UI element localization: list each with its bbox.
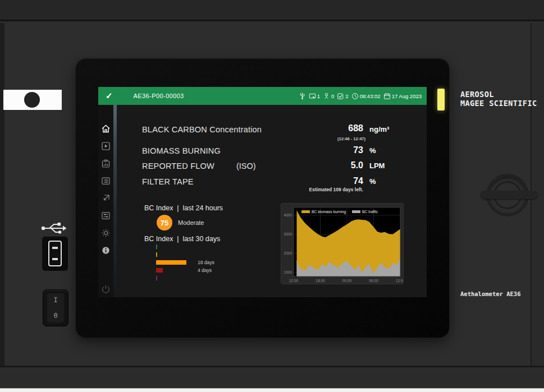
sidebar-item-input[interactable] xyxy=(101,193,111,203)
svg-text:3000: 3000 xyxy=(284,232,292,236)
usb-small-icon xyxy=(299,93,306,100)
network-count: 0 xyxy=(331,93,334,99)
sidebar-item-reports[interactable] xyxy=(101,159,111,168)
svg-text:06:00: 06:00 xyxy=(369,279,378,283)
power-on-mark: I xyxy=(53,296,57,304)
svg-text:2000: 2000 xyxy=(284,251,292,255)
svg-text:12:00: 12:00 xyxy=(396,279,403,283)
chassis-left-edge xyxy=(0,23,4,366)
black-carbon-interval: (12:46 - 12:47) xyxy=(307,136,365,141)
status-indicators: 1 0 2 xyxy=(299,93,422,100)
clock-status[interactable]: 08:43:02 xyxy=(351,93,381,100)
usb-receptacle xyxy=(48,241,62,266)
biomass-label: BIOMASS BURNING xyxy=(142,146,221,155)
biomass-value: 73 xyxy=(307,145,363,155)
biomass-unit: % xyxy=(369,146,376,155)
brand-line1: AEROSOL xyxy=(460,90,537,99)
id-label-plate xyxy=(3,90,62,110)
usb-icon xyxy=(40,222,67,234)
bc-index-30d-bar-unhealthy: 4 days xyxy=(156,268,268,273)
status-ok-icon: ✓ xyxy=(106,91,113,101)
calendar-icon xyxy=(383,93,391,100)
svg-text:4000: 4000 xyxy=(284,213,292,217)
display-sessions[interactable]: 1 xyxy=(309,93,320,100)
aethalometer-front-panel: { "status_bar": { "check": "✓", "title":… xyxy=(0,0,544,392)
bc-index-30d-bar-very-unhealthy xyxy=(156,276,268,280)
flow-unit: LPM xyxy=(369,162,385,170)
bc-chart-svg: 100020003000400012:0018:0000:0006:0012:0… xyxy=(281,204,403,284)
status-led xyxy=(437,89,445,110)
filter-tape-unit: % xyxy=(369,177,376,186)
touchscreen: ✓ AE36-P00-00003 1 xyxy=(98,87,427,297)
bc-history-chart[interactable]: 100020003000400012:0018:0000:0006:0012:0… xyxy=(281,204,403,284)
sidebar-item-about[interactable] xyxy=(101,246,111,255)
sidebar-item-live-data[interactable] xyxy=(101,141,111,151)
power-off-mark: 0 xyxy=(53,312,57,320)
calendar-status[interactable]: 17 Aug 2023 xyxy=(383,93,422,100)
tasks-status[interactable]: 2 xyxy=(337,93,348,100)
bc-index-30d-bar-moderate: 18 days xyxy=(156,260,268,265)
filter-tape-estimate: Estimated 109 days left. xyxy=(273,187,363,192)
usb-status[interactable] xyxy=(299,93,306,100)
sidebar-divider xyxy=(113,105,117,297)
svg-text:18:00: 18:00 xyxy=(316,279,325,283)
black-carbon-value: 688 xyxy=(307,123,363,133)
filter-tape-label: FILTER TAPE xyxy=(142,177,194,186)
flow-standard: (ISO) xyxy=(236,162,256,170)
power-rocker: I 0 xyxy=(47,293,64,322)
flow-value: 5.0 xyxy=(307,160,363,170)
usb-port xyxy=(42,236,68,271)
bc-index-30d-bar-moderate-low xyxy=(156,252,268,257)
brand-line2: MAGEE SCIENTIFIC xyxy=(460,99,537,108)
svg-text:12:00: 12:00 xyxy=(289,279,299,283)
status-bar: ✓ AE36-P00-00003 1 xyxy=(98,87,427,105)
black-carbon-unit: ng/m³ xyxy=(369,125,389,133)
bc-index-badge: 75 xyxy=(157,215,172,230)
status-time: 08:43:02 xyxy=(360,93,381,99)
filter-tape-value: 74 xyxy=(307,176,363,186)
model-label: Aethalometer AE36 xyxy=(460,290,520,297)
tasks-count: 2 xyxy=(345,93,348,99)
display-count: 1 xyxy=(317,93,320,99)
svg-text:1000: 1000 xyxy=(284,270,292,274)
flow-label: REPORTED FLOW xyxy=(142,162,214,170)
bc-index-30d-bars: 18 days4 days xyxy=(156,245,268,284)
chassis-bottom xyxy=(0,367,544,388)
sidebar-item-data-log[interactable] xyxy=(101,176,111,186)
sidebar-item-settings[interactable] xyxy=(101,228,111,238)
bc-index-24h-title: BC Index | last 24 hours xyxy=(144,204,223,212)
table-surface xyxy=(0,388,544,392)
bc-index-30d-title: BC Index | last 30 days xyxy=(144,235,220,243)
svg-text:BC traffic: BC traffic xyxy=(362,210,378,214)
home-dashboard: BLACK CARBON Concentration 688 ng/m³ (12… xyxy=(118,105,427,297)
sidebar-item-power[interactable] xyxy=(101,284,111,294)
sidebar-item-home[interactable] xyxy=(101,124,111,133)
chassis-bottom-groove xyxy=(0,366,544,367)
svg-text:BC biomass burning: BC biomass burning xyxy=(312,210,346,214)
svg-text:00:00: 00:00 xyxy=(342,279,352,283)
status-date: 17 Aug 2023 xyxy=(392,93,422,99)
network-icon xyxy=(323,93,330,100)
power-switch: I 0 xyxy=(43,289,68,326)
chassis-top-edge xyxy=(0,0,544,21)
label-dot xyxy=(24,92,40,108)
sidebar-item-advanced-settings[interactable] xyxy=(101,211,111,220)
bc-index-30d-bar-good xyxy=(156,245,268,249)
magee-emboss-bar xyxy=(481,191,538,199)
clock-icon xyxy=(351,93,359,100)
display-icon xyxy=(309,93,316,100)
network-status[interactable]: 0 xyxy=(323,93,334,100)
sidebar xyxy=(98,105,113,297)
device-serial: AE36-P00-00003 xyxy=(134,93,184,99)
black-carbon-label: BLACK CARBON Concentration xyxy=(142,125,262,134)
bc-index-category: Moderate xyxy=(178,219,204,226)
checkbox-icon xyxy=(337,93,344,100)
brand-text: AEROSOL MAGEE SCIENTIFIC xyxy=(460,90,537,108)
